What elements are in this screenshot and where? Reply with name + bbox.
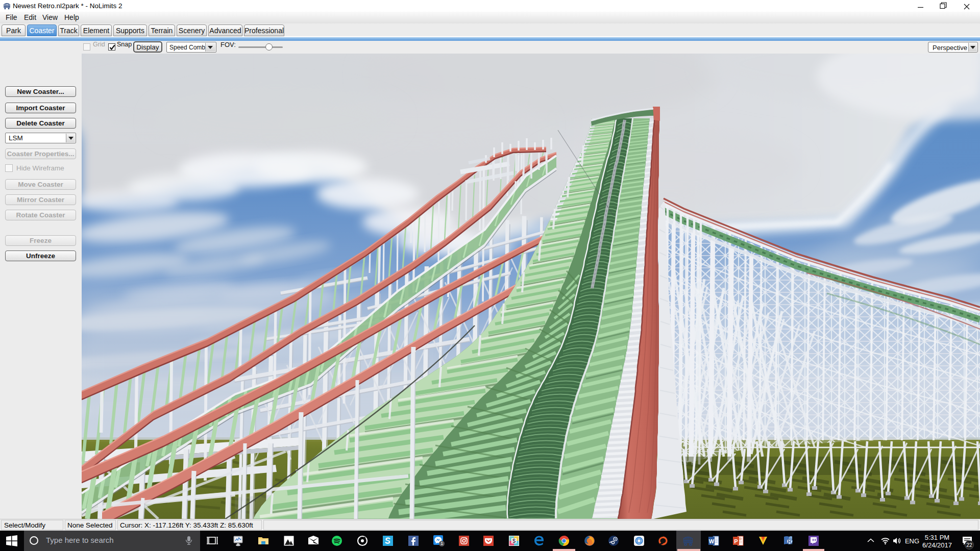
svg-text:1: 1	[440, 541, 443, 546]
svg-text:P: P	[734, 538, 738, 544]
svg-text:S: S	[512, 538, 516, 544]
svg-text:W: W	[709, 538, 715, 544]
svg-text:R: R	[788, 539, 792, 544]
